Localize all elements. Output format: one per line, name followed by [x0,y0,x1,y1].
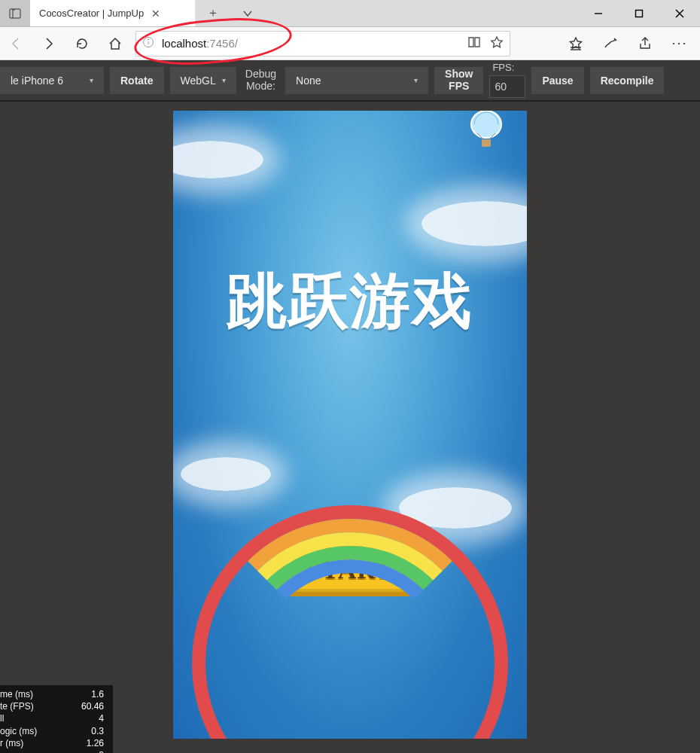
browser-toolbar: localhost:7456/ ··· [0,27,700,60]
stats-row: te (FPS)60.46 [0,700,108,712]
home-button[interactable] [102,31,128,56]
balloon-sprite [467,111,506,156]
pause-button[interactable]: Pause [531,67,583,94]
share-icon[interactable] [637,35,653,52]
stats-row: ll4 [0,712,108,724]
forward-button[interactable] [36,31,62,56]
rainbow-sprite [192,505,508,739]
notes-icon[interactable] [602,35,619,52]
svg-rect-0 [10,9,20,18]
maximize-button[interactable] [619,0,659,26]
browser-actions: ··· [568,35,692,52]
chevron-down-icon: ▾ [90,76,93,84]
close-icon[interactable]: ✕ [151,8,160,20]
rotate-button[interactable]: Rotate [110,67,164,94]
reading-view-icon[interactable] [467,35,481,51]
device-value: le iPhone 6 [11,75,63,87]
show-fps-button[interactable]: Show FPS [434,67,483,94]
stats-overlay: me (ms)1.6 te (FPS)60.46 ll4 ogic (ms)0.… [0,685,113,753]
recompile-button[interactable]: Recompile [590,67,665,94]
sidebar-toggle-icon[interactable] [0,0,30,26]
svg-rect-12 [482,139,491,147]
favorites-list-icon[interactable] [568,35,584,52]
renderer-dropdown[interactable]: WebGL ▾ [170,67,236,94]
fps-label: FPS: [489,62,525,73]
svg-rect-3 [636,10,643,17]
address-bar[interactable]: localhost:7456/ [135,31,510,56]
url-host: localhost [162,37,206,50]
game-title: 跳跃游戏 [173,261,527,343]
game-canvas[interactable]: 跳跃游戏 START [173,111,527,739]
url-rest: :7456/ [206,37,238,50]
stats-row: ogic (ms)0.3 [0,725,108,737]
favorite-icon[interactable] [490,35,504,51]
tabs-dropdown-icon[interactable] [230,0,265,26]
back-button[interactable] [3,31,29,56]
chevron-down-icon: ▾ [222,76,226,84]
tab-title: CocosCreator | JumpUp [39,8,144,19]
svg-point-11 [471,111,501,138]
fps-input[interactable] [489,75,525,98]
stats-row: r (ms)1.26 [0,737,108,749]
device-dropdown[interactable]: le iPhone 6 ▾ [0,67,104,94]
svg-point-8 [148,39,149,41]
cocos-toolbar: le iPhone 6 ▾ Rotate WebGL ▾ Debug Mode:… [0,60,700,102]
window-controls [578,0,700,26]
close-window-button[interactable] [659,0,700,26]
site-info-icon[interactable] [142,36,154,50]
chevron-down-icon: ▾ [414,76,418,84]
new-tab-button[interactable]: ＋ [196,0,230,26]
refresh-button[interactable] [69,31,95,56]
debug-mode-label: Debug Mode: [242,69,279,92]
more-icon[interactable]: ··· [671,35,688,52]
stats-row: me (ms)1.6 [0,688,108,700]
browser-tabstrip: CocosCreator | JumpUp ✕ ＋ [0,0,700,27]
minimize-button[interactable] [578,0,619,26]
debug-mode-dropdown[interactable]: None ▾ [285,67,428,94]
stage-area: 跳跃游戏 START me (ms)1.6 te (FPS)60.46 ll4 … [0,102,700,753]
browser-tab-active[interactable]: CocosCreator | JumpUp ✕ [30,0,196,26]
stats-row: 0 [0,749,108,753]
